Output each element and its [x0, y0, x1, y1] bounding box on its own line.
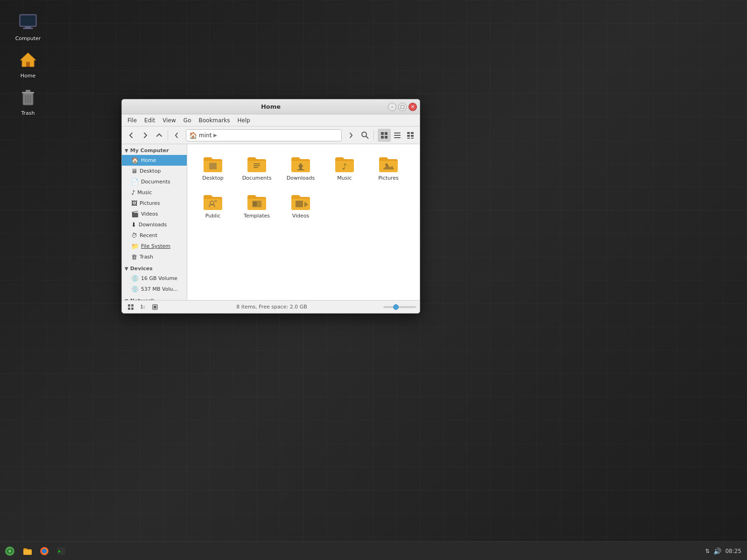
svg-rect-19 — [394, 135, 401, 136]
svg-rect-42 — [128, 304, 130, 307]
folder-item-documents[interactable]: Documents — [236, 149, 278, 185]
close-button[interactable]: ✕ — [409, 103, 417, 111]
statusbar-text: 8 items, Free space: 2.0 GB — [160, 304, 383, 310]
filesystem-sidebar-label: File System — [141, 243, 170, 249]
folder-item-downloads[interactable]: Downloads — [280, 149, 322, 185]
minimize-button[interactable]: – — [388, 103, 396, 111]
svg-rect-44 — [128, 308, 130, 310]
svg-rect-18 — [394, 133, 401, 133]
sidebar-item-16gb[interactable]: 💿 16 GB Volume — [122, 273, 187, 284]
sidebar-item-desktop[interactable]: 🖥 Desktop — [122, 166, 187, 176]
16gb-sidebar-label: 16 GB Volume — [141, 275, 177, 281]
view-list-button[interactable] — [391, 129, 404, 142]
maximize-button[interactable]: □ — [398, 103, 407, 111]
music-sidebar-label: Music — [137, 189, 152, 196]
svg-rect-33 — [297, 169, 304, 170]
file-manager-window: Home – □ ✕ File Edit View Go Bookmarks H… — [121, 99, 420, 314]
taskbar-start-button[interactable] — [2, 544, 18, 559]
svg-rect-15 — [385, 132, 388, 135]
folder-name-desktop: Desktop — [202, 175, 223, 181]
trash-sidebar-icon: 🗑 — [131, 253, 137, 260]
forward-button[interactable] — [139, 129, 152, 142]
svg-rect-27 — [209, 164, 217, 169]
content-area: Desktop Documents — [187, 144, 420, 300]
search-button[interactable] — [359, 129, 372, 142]
svg-rect-29 — [254, 163, 260, 164]
sidebar-item-home[interactable]: 🏠 Home — [122, 155, 187, 166]
pictures-sidebar-label: Pictures — [140, 200, 160, 206]
menu-view[interactable]: View — [159, 116, 179, 125]
folder-item-desktop[interactable]: Desktop — [192, 149, 234, 185]
svg-rect-30 — [254, 165, 260, 166]
menu-bookmarks[interactable]: Bookmarks — [195, 116, 233, 125]
folder-grid: Desktop Documents — [192, 149, 415, 223]
folder-item-music[interactable]: ♪ Music — [324, 149, 366, 185]
folder-item-pictures[interactable]: Pictures — [367, 149, 409, 185]
taskbar-folder-button[interactable] — [20, 544, 35, 559]
svg-point-12 — [362, 132, 366, 137]
sidebar-item-trash[interactable]: 🗑 Trash — [122, 252, 187, 262]
sidebar-section-my-computer: ▼ My Computer 🏠 Home 🖥 Desktop 📄 Documen… — [122, 146, 187, 262]
statusbar-btn3[interactable] — [150, 302, 160, 312]
folder-item-videos[interactable]: Videos — [280, 187, 322, 223]
location-home-icon: 🏠 — [189, 132, 197, 139]
folder-item-templates[interactable]: Templates — [236, 187, 278, 223]
breadcrumb-left-button[interactable] — [170, 129, 183, 142]
sidebar-header-network[interactable]: ▼ Network — [122, 296, 187, 300]
svg-rect-2 — [25, 27, 31, 28]
sidebar-item-recent[interactable]: ⏱ Recent — [122, 230, 187, 241]
downloads-sidebar-icon: ⬇ — [131, 221, 136, 228]
folder-icon-desktop — [202, 153, 224, 175]
documents-sidebar-icon: 📄 — [131, 178, 139, 185]
view-icons-button[interactable] — [378, 129, 391, 142]
sidebar-header-my-computer[interactable]: ▼ My Computer — [122, 146, 187, 155]
desktop-icon-computer[interactable]: Computer — [9, 9, 47, 43]
folder-item-public[interactable]: Public — [192, 187, 234, 223]
537mb-sidebar-label: 537 MB Volu... — [141, 286, 178, 292]
folder-name-templates: Templates — [244, 213, 270, 219]
volume-icon[interactable]: 🔊 — [713, 547, 721, 555]
my-computer-arrow: ▼ — [125, 148, 128, 153]
sidebar-header-devices[interactable]: ▼ Devices — [122, 264, 187, 273]
taskbar-firefox-button[interactable] — [36, 544, 52, 559]
menu-file[interactable]: File — [124, 116, 141, 125]
devices-label: Devices — [130, 266, 153, 272]
sidebar-item-downloads[interactable]: ⬇ Downloads — [122, 219, 187, 230]
home-sidebar-label: Home — [141, 157, 156, 163]
sidebar-item-537mb[interactable]: 💿 537 MB Volu... — [122, 284, 187, 294]
toolbar-separator-1 — [168, 130, 168, 140]
desktop-icon-trash[interactable]: Trash — [9, 84, 47, 118]
menu-edit[interactable]: Edit — [141, 116, 159, 125]
up-button[interactable] — [153, 129, 166, 142]
sidebar-item-filesystem[interactable]: 📁 File System — [122, 241, 187, 252]
svg-rect-21 — [407, 132, 410, 134]
taskbar-terminal-button[interactable]: ▶_ — [53, 544, 69, 559]
breadcrumb-right-button[interactable] — [345, 129, 358, 142]
location-bar[interactable]: 🏠 mint ▶ — [186, 129, 342, 141]
sidebar-item-music[interactable]: ♪ Music — [122, 187, 187, 198]
folder-name-documents: Documents — [242, 175, 272, 181]
window-title: Home — [261, 103, 281, 110]
zoom-slider[interactable] — [383, 306, 416, 308]
statusbar-btn2[interactable]: 1↕ — [138, 302, 148, 312]
view-compact-button[interactable] — [404, 129, 417, 142]
folder-name-downloads: Downloads — [287, 175, 315, 181]
menu-go[interactable]: Go — [180, 116, 195, 125]
desktop-icon-home[interactable]: Home — [9, 47, 47, 81]
statusbar-btn1[interactable] — [126, 302, 136, 312]
sidebar-item-documents[interactable]: 📄 Documents — [122, 176, 187, 187]
videos-sidebar-icon: 🎬 — [131, 210, 139, 217]
sidebar-item-videos[interactable]: 🎬 Videos — [122, 209, 187, 219]
titlebar-buttons: – □ ✕ — [388, 103, 417, 111]
toolbar-separator-2 — [374, 130, 374, 140]
svg-rect-31 — [254, 167, 258, 168]
filesystem-sidebar-icon: 📁 — [131, 243, 139, 250]
back-button[interactable] — [125, 129, 138, 142]
menu-help[interactable]: Help — [234, 116, 254, 125]
folder-name-public: Public — [205, 213, 221, 219]
16gb-sidebar-icon: 💿 — [131, 275, 139, 282]
statusbar: 1↕ 8 items, Free space: 2.0 GB — [122, 300, 420, 313]
desktop-sidebar-icon: 🖥 — [131, 168, 137, 175]
sidebar-item-pictures[interactable]: 🖼 Pictures — [122, 198, 187, 209]
svg-text:♪: ♪ — [342, 161, 347, 171]
